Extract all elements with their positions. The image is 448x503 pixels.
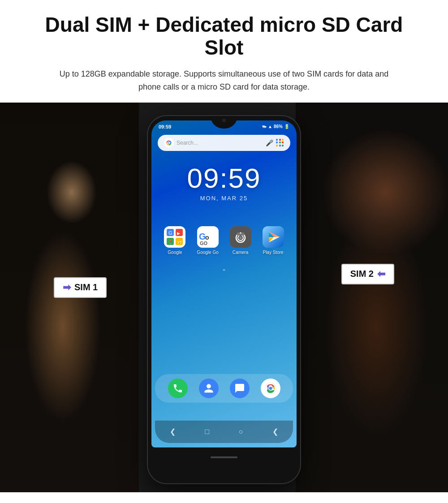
app-google-go[interactable]: G o GO Google Go (197, 226, 218, 255)
google-app-label: Google (168, 250, 182, 255)
dock-messages-icon[interactable] (230, 378, 250, 398)
play-store-app-label: Play Store (263, 250, 283, 255)
google-app-icon: G ▶ 📍 YT (164, 226, 185, 248)
sim2-arrow-icon: ⬅ (377, 268, 385, 280)
svg-text:▶: ▶ (177, 231, 180, 236)
search-bar[interactable]: G Search... 🎤 (158, 135, 290, 151)
sim1-arrow-icon: ➡ (63, 282, 71, 293)
dock-chrome-icon[interactable] (261, 378, 280, 398)
nav-square-button[interactable]: □ (205, 428, 209, 436)
navigation-bar: ❮ □ ○ ❮ (155, 421, 293, 443)
svg-text:o: o (205, 234, 209, 241)
microphone-icon: 🎤 (266, 139, 273, 146)
google-go-icon: G o GO (197, 226, 219, 248)
bg-figure-right (296, 103, 448, 492)
camera-app-icon (230, 226, 251, 248)
sim2-text: SIM 2 (350, 269, 374, 279)
phone-mockup: 09:59 ▾▸ ▲ 86% 🔋 (148, 116, 300, 483)
svg-text:G: G (168, 230, 172, 236)
app-google[interactable]: G ▶ 📍 YT Google (164, 226, 185, 255)
sim1-label: ➡ SIM 1 (54, 277, 107, 298)
page-title: Dual SIM + Dedicated micro SD Card Slot (27, 13, 421, 59)
phone-screen: 09:59 ▾▸ ▲ 86% 🔋 (151, 120, 297, 447)
swipe-up-indicator: ‸ (151, 261, 297, 271)
app-play-store[interactable]: Play Store (263, 226, 284, 255)
dock-phone-icon[interactable] (168, 378, 188, 398)
page-subtitle: Up to 128GB expandable storage. Supports… (56, 68, 392, 94)
home-indicator (211, 456, 237, 458)
dark-section: ➡ SIM 1 SIM 2 ⬅ 09:59 ▾▸ ▲ 86% (0, 103, 448, 492)
bottom-dock (155, 374, 293, 403)
phone-bottom-bezel (148, 447, 300, 483)
camera-app-label: Camera (233, 250, 249, 255)
sim2-label: SIM 2 ⬅ (341, 264, 394, 284)
google-go-app-label: Google Go (197, 250, 218, 255)
svg-point-31 (269, 387, 272, 390)
top-section: Dual SIM + Dedicated micro SD Card Slot … (0, 0, 448, 103)
nav-back-button[interactable]: ❮ (170, 427, 176, 436)
dock-contacts-icon[interactable] (199, 378, 219, 398)
battery-icon: 🔋 (284, 124, 289, 129)
nav-recent-button[interactable]: ❮ (272, 427, 278, 436)
svg-point-22 (239, 236, 242, 239)
clock-time: 09:59 (151, 164, 297, 192)
svg-text:GO: GO (200, 241, 208, 246)
status-icons: ▾▸ ▲ 86% 🔋 (262, 124, 289, 129)
google-logo: G (164, 138, 174, 148)
apps-grid-icon (276, 139, 284, 147)
svg-text:YT: YT (177, 240, 182, 245)
svg-point-21 (240, 232, 241, 233)
nav-home-button[interactable]: ○ (239, 428, 243, 436)
search-placeholder: Search... (177, 140, 263, 146)
wifi-icon: ▾▸ (262, 124, 267, 129)
signal-icon: ▲ (268, 124, 272, 129)
status-time: 09:59 (159, 124, 171, 129)
app-camera[interactable]: Camera (230, 226, 251, 255)
battery-text: 86% (274, 124, 283, 129)
play-store-icon (263, 226, 284, 248)
svg-text:📍: 📍 (168, 240, 173, 245)
phone-shell: 09:59 ▾▸ ▲ 86% 🔋 (148, 116, 300, 483)
clock-date: MON, MAR 25 (151, 195, 297, 202)
clock-display: 09:59 MON, MAR 25 (151, 164, 297, 202)
app-icons-row: G ▶ 📍 YT Google (151, 226, 297, 255)
sim1-text: SIM 1 (74, 282, 98, 292)
svg-text:G: G (168, 141, 171, 145)
